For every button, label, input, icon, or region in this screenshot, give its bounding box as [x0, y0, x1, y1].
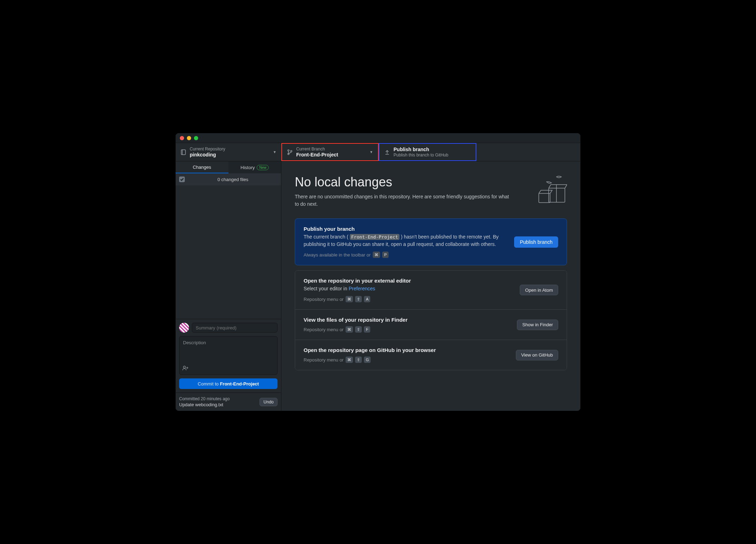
card-publish-title: Publish your branch — [304, 226, 507, 232]
svg-rect-0 — [181, 150, 185, 155]
card-publish-hint: Always available in the toolbar or — [304, 252, 371, 258]
branch-code-chip: Front-End-Project — [350, 234, 400, 240]
card-view-github: Open the repository page on GitHub in yo… — [295, 340, 567, 370]
repo-value: pinkcoding — [190, 152, 225, 157]
publish-title: Publish branch — [394, 147, 448, 152]
app-window: Current Repository pinkcoding ▼ Current … — [175, 133, 581, 411]
card-finder-hint: Repository menu or — [304, 327, 343, 332]
branch-dropdown[interactable]: Current Branch Front-End-Project ▼ — [281, 143, 379, 161]
tab-history[interactable]: History New — [228, 161, 281, 173]
boxes-illustration — [535, 174, 567, 207]
commit-description-input[interactable]: Description — [179, 336, 278, 375]
show-in-finder-button[interactable]: Show in Finder — [517, 320, 558, 330]
kbd-p: P — [382, 252, 389, 258]
card-editor-text: Select your editor in — [304, 286, 349, 291]
last-commit-message: Update webcoding.txt — [179, 402, 256, 407]
changed-files-row: 0 changed files — [176, 173, 281, 185]
commit-button-prefix: Commit to — [198, 381, 220, 387]
card-github-title: Open the repository page on GitHub in yo… — [304, 347, 509, 353]
preferences-link[interactable]: Preferences — [349, 286, 375, 291]
card-show-finder: View the files of your repository in Fin… — [295, 309, 567, 340]
commit-button[interactable]: Commit to Front-End-Project — [179, 378, 278, 389]
maximize-window-button[interactable] — [194, 136, 198, 140]
last-commit-bar: Committed 20 minutes ago Update webcodin… — [176, 392, 281, 411]
card-github-hint: Repository menu or — [304, 357, 343, 363]
tab-changes-label: Changes — [193, 165, 211, 170]
toolbar: Current Repository pinkcoding ▼ Current … — [176, 143, 580, 161]
tab-changes[interactable]: Changes — [176, 161, 228, 173]
page-heading: No local changes — [295, 175, 567, 190]
changed-files-count: 0 changed files — [188, 177, 278, 182]
repo-label: Current Repository — [190, 147, 225, 152]
window-controls — [180, 136, 198, 140]
svg-point-4 — [291, 150, 292, 152]
upload-icon — [384, 149, 390, 155]
card-open-editor: Open the repository in your external edi… — [295, 271, 567, 309]
close-window-button[interactable] — [180, 136, 184, 140]
page-subtitle: There are no uncommitted changes in this… — [295, 193, 513, 208]
app-body: Changes History New 0 changed files — [176, 161, 580, 411]
kbd-cmd: ⌘ — [373, 252, 380, 258]
repo-icon — [181, 149, 186, 155]
publish-toolbar-button[interactable]: Publish branch Publish this branch to Gi… — [379, 143, 476, 161]
view-on-github-button[interactable]: View on GitHub — [516, 350, 558, 360]
sidebar-tabs: Changes History New — [176, 161, 281, 173]
avatar — [179, 323, 189, 333]
description-placeholder: Description — [183, 340, 206, 345]
add-coauthor-icon[interactable] — [182, 366, 189, 372]
branch-label: Current Branch — [296, 147, 338, 152]
svg-point-6 — [183, 366, 185, 368]
chevron-down-icon: ▼ — [273, 150, 276, 154]
last-commit-time: Committed 20 minutes ago — [179, 396, 256, 401]
card-editor-title: Open the repository in your external edi… — [304, 278, 513, 284]
title-bar — [176, 133, 580, 143]
open-in-atom-button[interactable]: Open in Atom — [520, 285, 558, 295]
commit-form: Description Commit to Front-End-Project — [176, 319, 281, 392]
publish-subtitle: Publish this branch to GitHub — [394, 153, 448, 157]
secondary-cards: Open the repository in your external edi… — [295, 270, 567, 370]
select-all-checkbox[interactable] — [179, 177, 185, 182]
sidebar: Changes History New 0 changed files — [176, 161, 281, 411]
commit-button-branch: Front-End-Project — [220, 381, 259, 387]
publish-branch-button[interactable]: Publish branch — [514, 236, 558, 248]
svg-rect-11 — [539, 193, 550, 203]
branch-value: Front-End-Project — [296, 152, 338, 157]
card-editor-hint: Repository menu or — [304, 297, 343, 302]
file-list-empty — [176, 185, 281, 319]
minimize-window-button[interactable] — [187, 136, 191, 140]
tab-history-label: History — [240, 165, 255, 170]
git-branch-icon — [287, 149, 293, 155]
new-badge: New — [257, 165, 269, 170]
commit-summary-input[interactable] — [192, 323, 278, 333]
card-publish: Publish your branch The current branch (… — [295, 218, 567, 265]
card-finder-title: View the files of your repository in Fin… — [304, 317, 510, 323]
main-panel: No local changes There are no uncommitte… — [281, 161, 580, 411]
undo-button[interactable]: Undo — [260, 398, 278, 406]
svg-point-2 — [288, 150, 289, 151]
repository-dropdown[interactable]: Current Repository pinkcoding ▼ — [176, 143, 281, 161]
card-publish-text: The current branch ( Front-End-Project )… — [304, 233, 507, 248]
chevron-down-icon: ▼ — [370, 150, 373, 154]
